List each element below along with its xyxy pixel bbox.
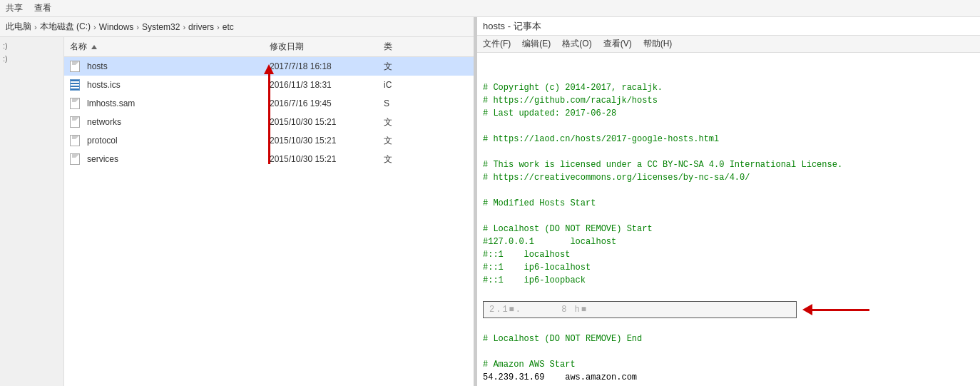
file-name: hosts.ics — [87, 80, 270, 90]
notepad-line — [483, 287, 974, 300]
arrow-head-up — [264, 64, 274, 74]
arrow-shaft-v — [268, 74, 270, 164]
breadcrumb-item-4[interactable]: drivers — [188, 22, 214, 32]
file-type: S — [384, 98, 389, 108]
file-type: 文 — [384, 116, 392, 128]
file-name: services — [87, 154, 270, 164]
breadcrumb-item-3[interactable]: System32 — [142, 22, 180, 32]
col-date-header[interactable]: 修改日期 — [270, 41, 384, 53]
breadcrumb-item-5[interactable]: etc — [223, 22, 234, 32]
notepad-line: # https://github.com/racaljk/hosts — [483, 94, 974, 107]
notepad-line: # Localhost (DO NOT REMOVE) End — [483, 332, 974, 345]
notepad-line: # Amazon AWS Start — [483, 358, 974, 371]
notepad-line: # https://laod.cn/hosts/2017-google-host… — [483, 133, 974, 146]
txt-file-icon — [70, 116, 84, 128]
ics-file-icon — [70, 79, 84, 91]
notepad-line — [483, 345, 974, 358]
menu-file[interactable]: 文件(F) — [483, 38, 511, 50]
toolbar: 共享 查看 — [0, 0, 980, 17]
explorer-pane: 此电脑 › 本地磁盘 (C:) › Windows › System32 › d… — [0, 17, 474, 386]
col-name-label: 名称 — [70, 41, 87, 53]
txt-file-icon — [70, 98, 84, 109]
notepad-line: # This work is licensed under a CC BY-NC… — [483, 158, 974, 171]
notepad-content[interactable]: # Copyright (c) 2014-2017, racaljk.# htt… — [477, 53, 980, 386]
file-type: iC — [384, 80, 392, 90]
txt-file-icon — [70, 153, 84, 165]
file-list-wrapper: hosts2017/7/18 16:18文hosts.ics2016/11/3 … — [64, 57, 474, 386]
breadcrumb-item-2[interactable]: Windows — [99, 22, 134, 32]
breadcrumb-sep-1: › — [93, 23, 96, 31]
menu-format[interactable]: 格式(O) — [562, 38, 591, 50]
breadcrumb: 此电脑 › 本地磁盘 (C:) › Windows › System32 › d… — [0, 17, 474, 37]
breadcrumb-item-0[interactable]: 此电脑 — [6, 21, 31, 33]
file-name: lmhosts.sam — [87, 98, 270, 108]
arrow-head-left — [802, 304, 812, 315]
file-type: 文 — [384, 153, 392, 166]
notepad-line: #::1 ip6-loopback — [483, 274, 974, 287]
highlight-row: 2.1■. 8 h■ — [483, 301, 974, 318]
notepad-line: # Localhost (DO NOT REMOVE) Start — [483, 223, 974, 235]
col-type-header: 类 — [384, 41, 392, 53]
notepad-line — [483, 120, 974, 133]
file-date: 2015/10/30 15:21 — [270, 117, 384, 127]
red-arrow-up — [264, 64, 274, 164]
file-name: protocol — [87, 136, 270, 146]
notepad-line — [483, 184, 974, 197]
col-name-header[interactable]: 名称 — [70, 41, 270, 53]
notepad-line — [483, 146, 974, 158]
red-arrow-left — [802, 304, 869, 315]
notepad-line: # Last updated: 2017-06-28 — [483, 107, 974, 120]
quick-access: :) :) — [0, 37, 64, 386]
notepad-line: #127.0.0.1 localhost — [483, 235, 974, 248]
notepad-line: 54.239.31.69 aws.amazon.com — [483, 371, 974, 384]
breadcrumb-sep-4: › — [217, 23, 220, 31]
explorer-inner: :) :) 名称 修改日期 类 — [0, 37, 474, 386]
file-date: 2015/10/30 15:21 — [270, 136, 384, 146]
quick-label-1: :) — [3, 40, 61, 51]
menu-help[interactable]: 帮助(H) — [643, 38, 673, 50]
breadcrumb-sep-2: › — [136, 23, 139, 31]
file-date: 2015/10/30 15:21 — [270, 154, 384, 164]
menu-view[interactable]: 查看(V) — [603, 38, 632, 50]
sort-arrow — [91, 45, 97, 49]
notepad-pane: hosts - 记事本 文件(F) 编辑(E) 格式(O) 查看(V) 帮助(H… — [477, 17, 980, 386]
notepad-line: # Copyright (c) 2014-2017, racaljk. — [483, 81, 974, 94]
file-name: networks — [87, 117, 270, 127]
menu-edit[interactable]: 编辑(E) — [522, 38, 551, 50]
toolbar-share[interactable]: 共享 — [6, 2, 23, 14]
txt-file-icon — [70, 135, 84, 146]
file-date: 2016/7/16 19:45 — [270, 98, 384, 108]
quick-label-2: :) — [3, 53, 61, 64]
file-date: 2016/11/3 18:31 — [270, 80, 384, 90]
notepad-line: #::1 ip6-localhost — [483, 261, 974, 274]
main-layout: 此电脑 › 本地磁盘 (C:) › Windows › System32 › d… — [0, 17, 980, 386]
highlight-input-box[interactable]: 2.1■. 8 h■ — [483, 301, 797, 318]
file-name: hosts — [87, 61, 270, 71]
file-type: 文 — [384, 61, 392, 73]
notepad-menubar: 文件(F) 编辑(E) 格式(O) 查看(V) 帮助(H) — [477, 36, 980, 53]
file-list-header: 名称 修改日期 类 — [64, 37, 474, 57]
file-list-area: 名称 修改日期 类 hosts2017/7/18 16:18文hosts.ics… — [64, 37, 474, 386]
toolbar-view[interactable]: 查看 — [34, 2, 51, 14]
notepad-line — [483, 320, 974, 332]
file-type: 文 — [384, 135, 392, 147]
highlight-text: 2.1■. 8 h■ — [489, 303, 588, 316]
breadcrumb-sep-0: › — [34, 23, 37, 31]
txt-file-icon — [70, 61, 84, 72]
notepad-title: hosts - 记事本 — [483, 20, 541, 33]
notepad-line: #::1 localhost — [483, 248, 974, 261]
file-date: 2017/7/18 16:18 — [270, 61, 384, 71]
breadcrumb-item-1[interactable]: 本地磁盘 (C:) — [40, 21, 91, 33]
notepad-titlebar: hosts - 记事本 — [477, 17, 980, 36]
notepad-line: # Modified Hosts Start — [483, 197, 974, 210]
breadcrumb-sep-3: › — [183, 23, 185, 31]
arrow-line-h — [812, 309, 869, 311]
notepad-line — [483, 210, 974, 223]
notepad-line: # https://creativecommons.org/licenses/b… — [483, 171, 974, 184]
